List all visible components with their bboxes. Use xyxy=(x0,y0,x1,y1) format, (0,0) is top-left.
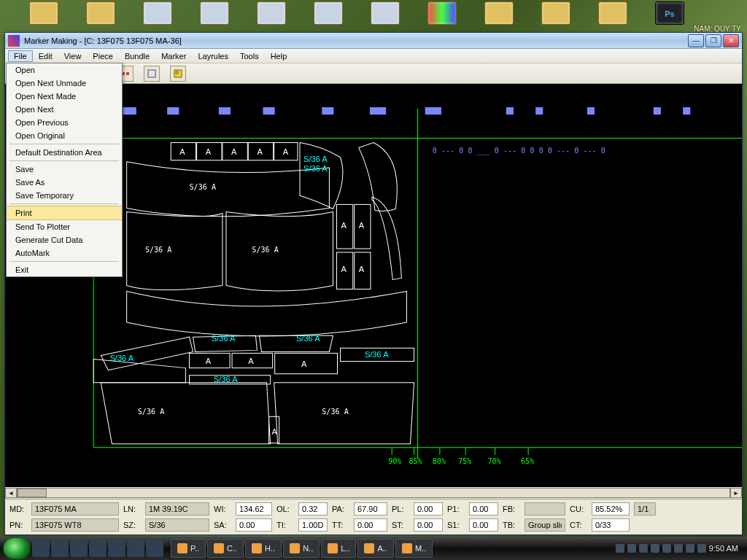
menu-open-next-unmade[interactable]: Open Next Unmade xyxy=(7,77,122,90)
minimize-button[interactable]: — xyxy=(688,34,704,47)
toolbar-button[interactable] xyxy=(144,66,160,82)
svg-rect-18 xyxy=(425,107,441,114)
tray-icon[interactable] xyxy=(651,544,659,553)
tray-icon[interactable] xyxy=(616,544,624,553)
menu-open-next[interactable]: Open Next xyxy=(7,103,122,116)
menu-open[interactable]: Open xyxy=(7,63,122,77)
field-ti[interactable] xyxy=(298,518,328,532)
menu-default-dest[interactable]: Default Destination Area xyxy=(7,146,122,159)
menu-open-previous[interactable]: Open Previous xyxy=(7,116,122,129)
field-tt[interactable] xyxy=(354,518,387,532)
field-tb[interactable] xyxy=(525,518,565,532)
task-button[interactable]: P.. xyxy=(171,539,206,558)
menu-help[interactable]: Help xyxy=(265,50,293,62)
menu-bundle[interactable]: Bundle xyxy=(119,50,155,62)
task-button[interactable]: M.. xyxy=(395,539,433,558)
system-tray[interactable]: 9:50 AM xyxy=(610,544,744,553)
field-fb[interactable] xyxy=(525,502,565,516)
field-pn[interactable] xyxy=(31,518,119,532)
menu-view[interactable]: View xyxy=(58,50,88,62)
quicklaunch-icon[interactable] xyxy=(127,540,144,557)
file-menu-dropdown: Open Open Next Unmade Open Next Made Ope… xyxy=(6,63,123,277)
app-icon xyxy=(8,35,20,47)
tray-icon[interactable] xyxy=(686,544,694,553)
tray-icon[interactable] xyxy=(662,544,671,553)
quicklaunch-icon[interactable] xyxy=(32,540,50,557)
desk-app-icon[interactable] xyxy=(200,1,229,25)
menu-save-as[interactable]: Save As xyxy=(7,176,122,189)
field-cu[interactable] xyxy=(592,502,630,516)
field-st[interactable] xyxy=(414,518,443,532)
quicklaunch-icon[interactable] xyxy=(70,540,88,557)
titlebar[interactable]: Marker Making - [C: 13F075 13F075 MA-36]… xyxy=(5,33,742,49)
menu-gen-cut[interactable]: Generate Cut Data xyxy=(7,233,122,246)
menu-marker[interactable]: Marker xyxy=(155,50,192,62)
clock[interactable]: 9:50 AM xyxy=(709,544,738,553)
scroll-right-icon[interactable]: ► xyxy=(730,488,742,498)
quicklaunch-icon[interactable] xyxy=(108,540,125,557)
svg-rect-15 xyxy=(263,107,275,114)
field-wi[interactable] xyxy=(236,502,272,516)
task-button[interactable]: H.. xyxy=(245,539,282,558)
task-button[interactable]: N.. xyxy=(283,539,320,558)
scroll-thumb[interactable] xyxy=(18,489,47,497)
field-ct[interactable] xyxy=(592,518,630,532)
quicklaunch-icon[interactable] xyxy=(51,540,69,557)
start-button[interactable] xyxy=(3,537,31,559)
desk-app-icon[interactable] xyxy=(143,1,172,25)
field-s1[interactable] xyxy=(469,518,498,532)
menu-save[interactable]: Save xyxy=(7,163,122,176)
svg-text:A: A xyxy=(283,147,289,156)
tray-icon[interactable] xyxy=(697,544,706,553)
field-pa[interactable] xyxy=(354,502,387,516)
desk-app-icon[interactable] xyxy=(86,1,115,25)
field-cu2[interactable] xyxy=(634,502,656,516)
desk-app-icon[interactable] xyxy=(541,1,570,25)
field-sa[interactable] xyxy=(236,518,272,532)
label-ln: LN: xyxy=(123,505,141,513)
desk-app-icon[interactable] xyxy=(314,1,343,25)
menu-send-plotter[interactable]: Send To Plotter xyxy=(7,220,122,233)
quicklaunch-icon[interactable] xyxy=(89,540,107,557)
menu-piece[interactable]: Piece xyxy=(87,50,119,62)
desk-app-icon[interactable] xyxy=(484,1,514,25)
field-p1[interactable] xyxy=(469,502,498,516)
tray-icon[interactable] xyxy=(674,544,683,553)
menu-edit[interactable]: Edit xyxy=(33,50,58,62)
task-button[interactable]: L.. xyxy=(321,539,356,558)
field-ol[interactable] xyxy=(298,502,328,516)
scroll-left-icon[interactable]: ◄ xyxy=(5,488,17,498)
tray-icon[interactable] xyxy=(639,544,648,553)
menu-tools[interactable]: Tools xyxy=(234,50,265,62)
svg-text:A: A xyxy=(206,357,212,365)
task-button[interactable]: C.. xyxy=(207,539,244,558)
menu-print[interactable]: Print xyxy=(7,206,122,220)
desk-app-icon[interactable] xyxy=(257,1,286,25)
menu-file[interactable]: File xyxy=(8,50,33,62)
maximize-button[interactable]: ❐ xyxy=(705,34,721,47)
tray-icon[interactable] xyxy=(627,544,636,553)
close-button[interactable]: ✕ xyxy=(723,34,739,47)
menu-open-next-made[interactable]: Open Next Made xyxy=(7,90,122,103)
desk-app-icon[interactable] xyxy=(598,1,627,25)
horizontal-scrollbar[interactable]: ◄ ► xyxy=(5,487,742,499)
photoshop-icon[interactable]: Ps xyxy=(655,1,684,25)
menubar: File Edit View Piece Bundle Marker Layru… xyxy=(5,49,742,63)
svg-rect-7 xyxy=(148,70,155,77)
field-ln[interactable] xyxy=(145,502,209,516)
field-pl[interactable] xyxy=(414,502,443,516)
quicklaunch-icon[interactable] xyxy=(146,540,163,557)
field-md[interactable] xyxy=(31,502,119,516)
desk-app-icon[interactable] xyxy=(29,1,58,25)
menu-exit[interactable]: Exit xyxy=(7,263,122,276)
label-tb: TB: xyxy=(503,521,520,529)
field-sz[interactable] xyxy=(145,518,209,532)
menu-automark[interactable]: AutoMark xyxy=(7,246,122,260)
desk-app-icon[interactable] xyxy=(427,1,457,25)
task-button[interactable]: A.. xyxy=(357,539,393,558)
desk-app-icon[interactable] xyxy=(371,1,400,25)
menu-layrules[interactable]: Layrules xyxy=(192,50,234,62)
menu-save-temp[interactable]: Save Temporary xyxy=(7,189,122,202)
menu-open-original[interactable]: Open Original xyxy=(7,129,122,142)
toolbar-button[interactable] xyxy=(170,66,186,82)
